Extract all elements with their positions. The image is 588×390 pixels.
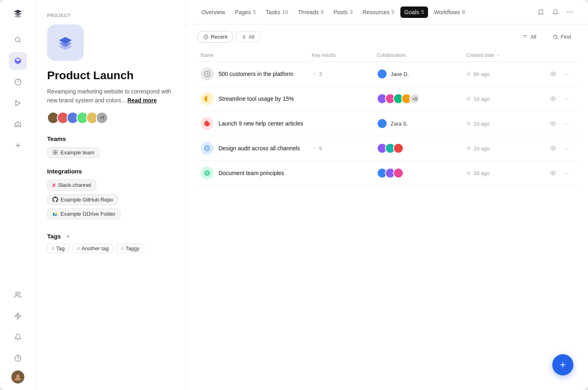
right-panel-wrap: Overview Pages 5 Tasks 10 Threads 6 <box>186 0 588 390</box>
activity-icon-btn[interactable] <box>9 307 27 325</box>
more-row-button[interactable]: ··· <box>560 118 572 129</box>
project-icon <box>47 24 84 61</box>
table-row[interactable]: Document team principles 3d ago <box>197 161 577 186</box>
search-icon-btn[interactable] <box>9 31 27 49</box>
tag-badge[interactable]: # Taggy <box>117 244 144 253</box>
home-icon-btn[interactable] <box>9 115 27 133</box>
create-fab[interactable]: + <box>552 354 573 375</box>
layers-icon-btn[interactable] <box>9 52 27 70</box>
view-button[interactable] <box>547 93 559 104</box>
help-icon-btn[interactable] <box>9 349 27 367</box>
tab-resources[interactable]: Resources 5 <box>358 6 398 18</box>
add-tag-button[interactable]: + <box>64 232 72 240</box>
goal-name: Streamline tool usage by 15% <box>218 95 294 102</box>
top-nav: Overview Pages 5 Tasks 10 Threads 6 <box>186 0 588 24</box>
read-more-link[interactable]: Read more <box>128 97 157 104</box>
tag-badge[interactable]: # Another tag <box>72 244 113 253</box>
collaborator-avatar <box>377 118 387 129</box>
app-logo[interactable] <box>10 6 26 23</box>
col-name: Name <box>197 52 309 58</box>
gdrive-integration[interactable]: Example GDrive Folder <box>47 208 121 219</box>
tab-workflows[interactable]: Workflows 8 <box>430 6 469 18</box>
filter-right: All Find <box>517 31 577 42</box>
table-row[interactable]: Launch 9 new help center articles Zara S… <box>197 111 577 136</box>
goal-name-cell: 500 customers in the platform <box>197 67 309 80</box>
more-row-button[interactable]: ··· <box>560 167 572 179</box>
table-row[interactable]: Design audit across all channels 5 <box>197 136 577 161</box>
filter-recent-btn[interactable]: Recent <box>197 31 233 43</box>
view-button[interactable] <box>547 68 559 80</box>
integrations-list: # Slack-channel Example GitHub Repo Exam… <box>47 180 174 223</box>
goal-name: Document team principles <box>218 170 284 176</box>
tab-tasks[interactable]: Tasks 10 <box>262 6 292 18</box>
svg-marker-25 <box>467 97 471 101</box>
goal-row-actions: ··· <box>544 118 577 129</box>
filter-all-label: All <box>249 34 254 40</box>
collaborator-name: Jane D. <box>391 71 409 77</box>
more-row-button[interactable]: ··· <box>560 93 572 104</box>
user-avatar[interactable] <box>11 370 24 384</box>
right-panel: Overview Pages 5 Tasks 10 Threads 6 <box>186 0 588 390</box>
svg-marker-36 <box>467 171 471 175</box>
add-icon-btn[interactable] <box>9 136 27 154</box>
goal-date: 2d ago <box>463 121 544 127</box>
svg-point-11 <box>16 375 19 378</box>
more-row-button[interactable]: ··· <box>560 143 572 154</box>
goal-icon <box>201 117 214 130</box>
svg-point-29 <box>552 123 554 124</box>
table-row[interactable]: Streamline tool usage by 15% +3 <box>197 87 577 111</box>
svg-rect-12 <box>53 150 55 152</box>
svg-marker-32 <box>467 146 471 150</box>
more-row-button[interactable]: ··· <box>560 68 572 80</box>
tag-badge[interactable]: # Tag <box>47 244 69 253</box>
team-name: Example team <box>61 150 94 156</box>
slack-name: Slack-channel <box>58 182 91 188</box>
goal-name-cell: Streamline tool usage by 15% <box>197 92 309 105</box>
team-badge[interactable]: Example team <box>47 147 99 158</box>
project-label: PROJECT <box>47 13 174 18</box>
github-integration[interactable]: Example GitHub Repo <box>47 194 118 205</box>
tab-goals[interactable]: Goals 5 <box>400 6 428 18</box>
more-button[interactable]: ··· <box>564 6 577 19</box>
svg-point-33 <box>552 147 554 149</box>
tab-overview[interactable]: Overview <box>197 6 229 18</box>
project-title: Product Launch <box>47 69 174 82</box>
collaborator-name: Zara S. <box>391 121 408 127</box>
tab-posts[interactable]: Posts 3 <box>329 6 357 18</box>
goal-row-actions: ··· <box>544 143 577 154</box>
svg-point-23 <box>552 73 554 75</box>
col-collaborators: Collaborators <box>374 52 463 58</box>
all-label: All <box>530 34 536 40</box>
bell-button[interactable] <box>549 6 562 19</box>
goal-date: 3d ago <box>463 170 544 176</box>
col-key-results: Key results <box>309 52 374 58</box>
reports-icon-btn[interactable] <box>9 73 27 91</box>
tab-pages[interactable]: Pages 5 <box>231 6 260 18</box>
goal-date: 2d ago <box>463 145 544 152</box>
team-icon-btn[interactable] <box>9 286 27 304</box>
goal-row-actions: ··· <box>544 68 577 80</box>
filter-all-btn[interactable]: All <box>235 31 260 43</box>
collaborator-avatar <box>393 168 404 178</box>
goal-collaborators <box>374 143 463 154</box>
view-button[interactable] <box>547 118 559 129</box>
project-description: Revamping marketing website to correspon… <box>47 87 174 105</box>
gdrive-name: Example GDrive Folder <box>61 211 115 217</box>
play-icon-btn[interactable] <box>9 94 27 112</box>
notifications-icon-btn[interactable] <box>9 328 27 346</box>
bookmark-button[interactable] <box>534 6 547 19</box>
collaborator-avatar <box>393 143 404 154</box>
find-button[interactable]: Find <box>547 31 577 42</box>
view-button[interactable] <box>547 167 559 179</box>
all-filter-button[interactable]: All <box>517 31 542 42</box>
goal-name-cell: Document team principles <box>197 167 309 180</box>
slack-integration[interactable]: # Slack-channel <box>47 180 96 191</box>
svg-rect-15 <box>56 153 58 155</box>
table-row[interactable]: 500 customers in the platform 2 Jane D. <box>197 62 577 87</box>
view-button[interactable] <box>547 143 559 154</box>
svg-marker-28 <box>467 121 471 126</box>
table-header: Name Key results Collaborators Created d… <box>197 49 577 62</box>
tab-threads[interactable]: Threads 6 <box>294 6 328 18</box>
svg-point-20 <box>553 35 557 38</box>
slack-icon: # <box>52 182 56 188</box>
